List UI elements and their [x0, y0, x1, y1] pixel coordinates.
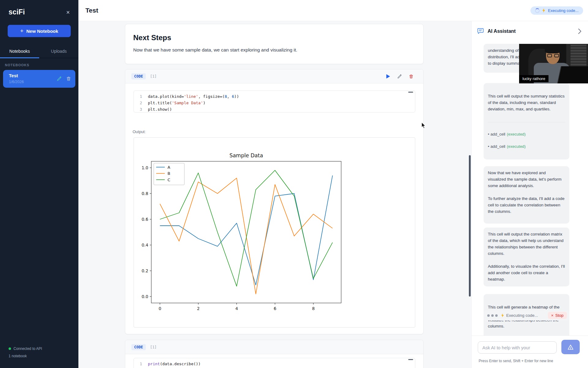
- svg-text:0.0: 0.0: [142, 294, 148, 299]
- line-number: 2: [134, 100, 148, 106]
- code-editor[interactable]: 1print(data.describe()): [134, 358, 415, 368]
- stop-label: Stop: [555, 313, 564, 318]
- plus-icon: +: [20, 28, 24, 34]
- input-hint: Press Enter to send, Shift + Enter for n…: [479, 359, 553, 363]
- output-label: Output:: [133, 129, 146, 134]
- code-line: data.plot(kind='line', figsize=(8, 6)): [148, 93, 239, 100]
- chevron-right-icon[interactable]: [578, 29, 581, 34]
- stop-button[interactable]: × Stop: [548, 312, 567, 319]
- notebook-main-area: Next Steps Now that we have some sample …: [78, 21, 471, 368]
- lightning-icon: [542, 8, 545, 13]
- stop-x-icon: ×: [551, 313, 554, 318]
- chat-bubble-icon: [477, 28, 484, 34]
- app-window: sciFi × + New Notebook Notebooks Uploads…: [0, 0, 588, 368]
- top-bar: Test Executing code...: [78, 0, 588, 21]
- executing-status-text: Executing code...: [548, 8, 579, 13]
- message-divider: [488, 122, 565, 122]
- code-scrollbar-thumb[interactable]: [408, 359, 413, 360]
- line-number: 3: [134, 106, 148, 113]
- page-title: Test: [85, 7, 98, 14]
- tab-notebooks[interactable]: Notebooks: [0, 45, 39, 58]
- svg-text:0.8: 0.8: [142, 191, 148, 196]
- sidebar-status: Connected to API 1 notebook: [9, 347, 42, 361]
- svg-text:0.6: 0.6: [142, 217, 148, 222]
- spinner-icon: [535, 8, 540, 13]
- mouse-cursor: [421, 122, 426, 129]
- video-laptop: [557, 66, 588, 83]
- executing-status-row: Executing code... × Stop: [484, 310, 569, 320]
- notebook-name: Test: [9, 73, 24, 78]
- tool-action: •add_cell(executed): [488, 131, 565, 137]
- delete-notebook-trash-icon[interactable]: [66, 76, 71, 81]
- loading-dots-icon: [487, 314, 498, 317]
- svg-text:0: 0: [159, 306, 161, 311]
- execution-count: [1]: [150, 345, 157, 349]
- code-line: plt.show(): [148, 106, 172, 113]
- svg-text:Sample Data: Sample Data: [229, 152, 263, 159]
- svg-text:B: B: [168, 171, 170, 176]
- delete-cell-trash-icon[interactable]: [409, 74, 413, 79]
- new-notebook-button[interactable]: + New Notebook: [8, 25, 71, 37]
- close-sidebar-icon[interactable]: ×: [66, 9, 70, 15]
- svg-text:8: 8: [312, 306, 315, 311]
- sidebar: sciFi × + New Notebook Notebooks Uploads…: [0, 0, 78, 368]
- rename-notebook-pencil-icon[interactable]: [57, 76, 62, 81]
- code-line: print(data.describe()): [148, 361, 201, 367]
- send-icon: [567, 344, 574, 350]
- markdown-heading: Next Steps: [133, 33, 415, 42]
- tab-uploads[interactable]: Uploads: [39, 45, 78, 58]
- code-editor[interactable]: 1data.plot(kind='line', figsize=(8, 6)) …: [134, 90, 415, 113]
- code-line: plt.title('Sample Data'): [148, 100, 205, 106]
- ai-assistant-title: AI Assistant: [488, 29, 516, 34]
- notebook-date: 1/6/2026: [9, 80, 24, 84]
- code-cell-header: CODE [1]: [125, 340, 423, 354]
- svg-text:4: 4: [235, 306, 238, 311]
- video-person-glasses: [547, 54, 559, 57]
- svg-text:C: C: [168, 178, 170, 182]
- executing-status-badge: Executing code...: [530, 6, 583, 15]
- webcam-video-overlay: lucky rathore: [519, 44, 588, 83]
- connection-status-text: Connected to API: [13, 347, 42, 351]
- code-scrollbar-thumb[interactable]: [408, 92, 413, 93]
- video-person-hair: [545, 45, 561, 53]
- main-scrollbar-thumb[interactable]: [469, 155, 471, 297]
- new-notebook-label: New Notebook: [26, 29, 58, 34]
- line-number: 1: [134, 361, 148, 367]
- executing-label: Executing code...: [506, 313, 538, 318]
- video-poster: [571, 45, 586, 66]
- execution-count: [1]: [150, 74, 157, 79]
- code-cell-header: CODE [1]: [125, 69, 423, 83]
- cell-type-badge: CODE: [131, 73, 146, 79]
- markdown-cell: Next Steps Now that we have some sample …: [125, 24, 424, 64]
- notebook-count: 1 notebook: [9, 354, 27, 358]
- lightning-icon: [501, 313, 504, 317]
- line-number: 1: [134, 93, 148, 100]
- code-cell-2: CODE [1] 1print(data.describe()): [125, 340, 424, 368]
- cell-type-badge: CODE: [131, 344, 146, 350]
- svg-text:0.2: 0.2: [142, 268, 148, 273]
- ai-assistant-header: AI Assistant: [472, 21, 588, 41]
- tool-action: •add_cell(executed): [488, 144, 565, 150]
- edit-cell-pencil-icon[interactable]: [397, 74, 402, 79]
- ai-message: Now that we have explored and visualized…: [484, 166, 569, 224]
- ai-input-area: Press Enter to send, Shift + Enter for n…: [472, 335, 588, 368]
- svg-text:A: A: [168, 165, 170, 170]
- cell-output: Sample Data024680.00.20.40.60.81.0ABC: [134, 137, 415, 328]
- sidebar-item-test-notebook[interactable]: Test 1/6/2026: [3, 70, 75, 88]
- video-name-label: lucky rathore: [519, 75, 548, 82]
- ai-message: This cell will output the summary statis…: [484, 83, 569, 159]
- notebooks-section-label: NOTEBOOKS: [5, 63, 74, 67]
- sample-data-line-chart: Sample Data024680.00.20.40.60.81.0ABC: [134, 138, 416, 328]
- svg-text:0.4: 0.4: [142, 243, 148, 247]
- ai-message: This cell will output the correlation ma…: [484, 228, 569, 286]
- sidebar-tabs: Notebooks Uploads: [0, 45, 78, 58]
- ai-assistant-panel: AI Assistant understanding of distributi…: [471, 21, 588, 368]
- ask-ai-input[interactable]: [478, 341, 557, 354]
- ai-message-text: This cell will output the summary statis…: [488, 93, 565, 113]
- send-button[interactable]: [561, 340, 580, 354]
- run-cell-play-icon[interactable]: [386, 74, 390, 79]
- connection-status-dot: [9, 347, 11, 350]
- svg-text:6: 6: [274, 306, 277, 311]
- svg-text:2: 2: [197, 306, 200, 311]
- svg-text:1.0: 1.0: [142, 165, 148, 170]
